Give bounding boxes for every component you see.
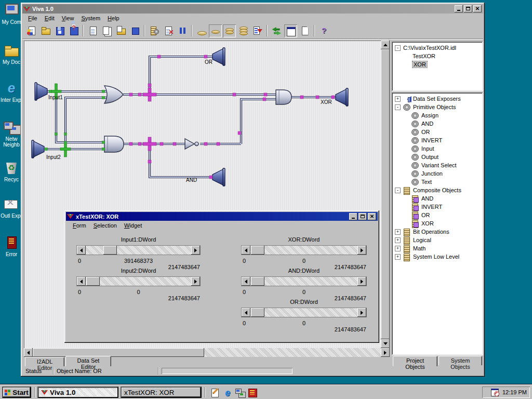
- slider-thumb[interactable]: [86, 277, 100, 286]
- desktop-icon-error[interactable]: Error: [0, 235, 23, 257]
- slider-right-arrow[interactable]: [357, 308, 366, 317]
- tab-system-objects[interactable]: System Objects: [438, 356, 482, 365]
- tree-item-input[interactable]: Input: [394, 144, 482, 153]
- tree-item-bit-operations[interactable]: +Bit Operations: [394, 228, 482, 236]
- new-project-button[interactable]: [25, 24, 38, 37]
- slider-right-arrow[interactable]: [191, 246, 200, 255]
- tree-item-invert[interactable]: INVERT: [394, 136, 482, 144]
- open-project-button[interactable]: [39, 24, 52, 37]
- menu-edit[interactable]: Edit: [41, 14, 58, 22]
- tree-item-xor[interactable]: XOR: [394, 60, 482, 69]
- slider-right-arrow[interactable]: [191, 277, 200, 286]
- menu-system[interactable]: System: [77, 14, 104, 22]
- minimize-button[interactable]: [349, 213, 357, 220]
- slider-thumb[interactable]: [251, 277, 264, 286]
- slider-left-arrow[interactable]: [77, 277, 86, 286]
- layer-triple-button[interactable]: [237, 24, 250, 37]
- slider-left-arrow[interactable]: [242, 308, 250, 317]
- main-title-bar[interactable]: Viva 1.0 ✕: [22, 4, 483, 14]
- menu-form[interactable]: Form: [69, 221, 90, 230]
- layer-single-button[interactable]: [209, 24, 222, 37]
- tree-item-testxor[interactable]: TestXOR: [394, 52, 482, 60]
- task-viva[interactable]: Viva 1.0: [37, 387, 118, 398]
- menu-widget[interactable]: Widget: [121, 221, 145, 230]
- slider-track[interactable]: [86, 246, 191, 255]
- internet-explorer-icon[interactable]: e: [222, 388, 233, 398]
- maximize-button[interactable]: [464, 5, 472, 12]
- expander[interactable]: +: [395, 246, 401, 251]
- vscroll-thumb[interactable]: [381, 49, 390, 339]
- xor-slider[interactable]: [242, 246, 366, 255]
- tree-item-output[interactable]: Output: [394, 153, 482, 161]
- tree-item-primitive-objects[interactable]: -Primitive Objects: [394, 103, 482, 111]
- scroll-right-button[interactable]: [381, 348, 390, 357]
- clear-sheet-button[interactable]: [162, 24, 175, 37]
- tree-item-comp-and[interactable]: AND: [394, 194, 482, 203]
- and-output-cone[interactable]: [212, 169, 224, 185]
- tree-item-logical[interactable]: +Logical: [394, 236, 482, 244]
- slider-right-arrow[interactable]: [357, 277, 366, 286]
- close-button[interactable]: ✕: [473, 5, 482, 12]
- tree-item-comp-invert[interactable]: INVERT: [394, 203, 482, 211]
- slider-right-arrow[interactable]: [357, 246, 366, 255]
- pause-button[interactable]: [176, 24, 189, 37]
- hscroll-thumb[interactable]: [33, 348, 204, 357]
- slider-left-arrow[interactable]: [242, 277, 250, 286]
- tree-item-variant-select[interactable]: Variant Select: [394, 161, 482, 169]
- desktop-icon-network-neighborhood[interactable]: Netw Neighb: [0, 119, 23, 148]
- tab-project-objects[interactable]: Project Objects: [393, 356, 437, 366]
- xor-and-gate[interactable]: [276, 90, 291, 104]
- slider-track[interactable]: [250, 277, 357, 286]
- or-slider[interactable]: [242, 308, 366, 317]
- tree-item-junction[interactable]: Junction: [394, 169, 482, 178]
- pencil-document-icon[interactable]: [210, 388, 220, 398]
- tree-item-assign[interactable]: Assign: [394, 111, 482, 119]
- tree-item-project-root[interactable]: - C:\Viva\xTestXOR.idl: [394, 44, 482, 52]
- compile-button[interactable]: [148, 24, 161, 37]
- tree-item-math[interactable]: +Math: [394, 244, 482, 252]
- desktop-icon-my-documents[interactable]: My Doc: [0, 43, 23, 65]
- tab-data-set-editor[interactable]: Data Set Editor: [65, 356, 111, 366]
- task-xtestxor[interactable]: xTestXOR: XOR: [121, 387, 202, 398]
- scroll-down-button[interactable]: [381, 339, 390, 348]
- maximize-button[interactable]: [358, 213, 367, 220]
- save-sheet-button[interactable]: [128, 24, 141, 37]
- slider-track[interactable]: [86, 277, 191, 286]
- slider-thumb[interactable]: [251, 308, 264, 317]
- save-project-as-button[interactable]: [67, 24, 80, 37]
- or-output-cone[interactable]: [212, 48, 224, 65]
- minimize-button[interactable]: [455, 5, 463, 12]
- menu-selection[interactable]: Selection: [90, 221, 121, 230]
- input1-slider[interactable]: [77, 246, 200, 255]
- or-gate[interactable]: [104, 86, 123, 103]
- canvas-vertical-scrollbar[interactable]: [381, 41, 390, 348]
- expander[interactable]: +: [395, 254, 401, 260]
- close-button[interactable]: ✕: [368, 213, 376, 220]
- invert-gate[interactable]: [185, 139, 194, 149]
- slider-thumb[interactable]: [103, 246, 117, 255]
- start-button[interactable]: Start: [2, 387, 31, 398]
- tree-item-or[interactable]: OR: [394, 128, 482, 136]
- collapse-expander[interactable]: -: [395, 45, 401, 51]
- tree-item-and[interactable]: AND: [394, 119, 482, 128]
- save-project-button[interactable]: [53, 24, 66, 37]
- desktop-icon-recycle-bin[interactable]: Recyc: [0, 160, 23, 182]
- slider-track[interactable]: [250, 246, 357, 255]
- slider-track[interactable]: [250, 308, 357, 317]
- tab-i2adl-editor[interactable]: I2ADL Editor: [25, 357, 64, 366]
- tree-item-comp-xor[interactable]: XOR: [394, 219, 482, 228]
- menu-view[interactable]: View: [58, 14, 78, 22]
- menu-help[interactable]: Help: [104, 14, 123, 22]
- import-objects-button[interactable]: [270, 24, 283, 37]
- input1-cone[interactable]: [36, 83, 47, 100]
- input2-slider[interactable]: [77, 277, 200, 286]
- new-page-button[interactable]: [298, 24, 311, 37]
- tree-item-composite-objects[interactable]: -Composite Objects: [394, 186, 482, 194]
- help-button[interactable]: ?: [317, 24, 330, 37]
- dataset-title-bar[interactable]: xTestXOR: XOR ✕: [66, 212, 378, 221]
- network-sync-icon[interactable]: [235, 388, 245, 398]
- input2-cone[interactable]: [33, 141, 44, 157]
- desktop-icon-my-computer[interactable]: My Com: [0, 3, 23, 25]
- scroll-left-button[interactable]: [24, 348, 33, 357]
- expander[interactable]: +: [395, 229, 401, 235]
